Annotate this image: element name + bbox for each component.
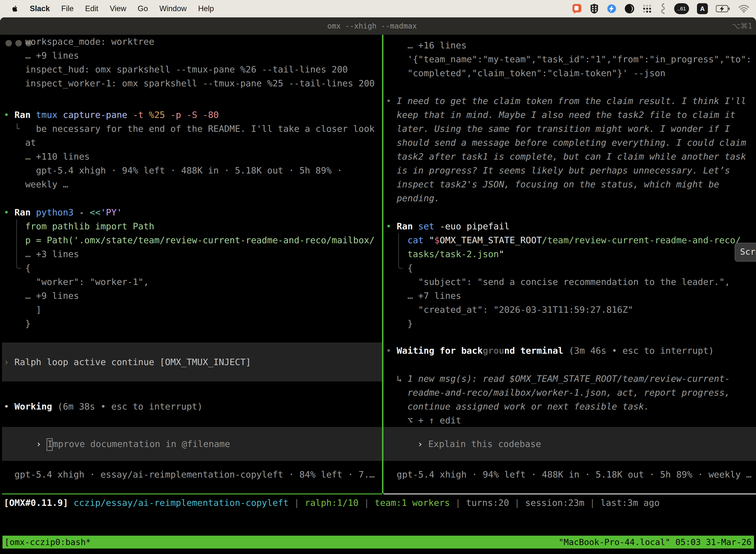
terminal-line: { <box>4 261 384 275</box>
menu-app-name[interactable]: Slack <box>30 4 50 13</box>
terminal-line: } <box>386 317 756 331</box>
omx-status-line: [OMX#0.11.9] cczip/essay/ai-reimplementa… <box>2 496 756 510</box>
terminal-line: • Waiting for background terminal (3m 46… <box>386 344 756 358</box>
terminal-line: weekly … <box>4 177 384 191</box>
left-pane-separator <box>2 493 382 494</box>
menu-item-window[interactable]: Window <box>159 4 187 13</box>
terminal-line: workspace_mode: worktree <box>4 35 384 49</box>
window-title-bar: omx --xhigh --madmax ⌥⌘1 <box>0 17 756 35</box>
dragon-icon[interactable] <box>660 3 666 14</box>
dots-grid-icon[interactable] <box>642 4 652 13</box>
terminal-line: … +9 lines <box>4 289 384 303</box>
left-pane-log: workspace_mode: worktree … +9 lines insp… <box>2 35 384 90</box>
terminal-line: … +3 lines <box>4 247 384 261</box>
prompt-placeholder: Explain this codebase <box>428 439 541 449</box>
right-pane-cat-command: • Ran set -euo pipefail cat "$OMX_TEAM_S… <box>384 219 756 331</box>
apple-logo-icon[interactable] <box>12 5 18 12</box>
tmux-host-clock: "MacBook-Pro-44.local" 05:03 31-Mar-26 <box>559 536 754 549</box>
terminal-line: "created_at": "2026-03-31T11:59:27.816Z" <box>386 303 756 317</box>
left-pane-tmux-command: • Ran tmux capture-pane -t %25 -p -S -80… <box>2 108 384 191</box>
terminal-line: { <box>386 261 756 275</box>
right-prompt-input[interactable]: › Explain this codebase <box>383 427 756 461</box>
left-pane-working-status: • Working (6m 38s • esc to interrupt) <box>2 400 384 413</box>
terminal-line: └ be necessary for the end of the README… <box>4 122 384 136</box>
terminal-line: gpt-5.4 xhigh · 94% left · 488K in · 5.1… <box>386 467 756 482</box>
menu-item-file[interactable]: File <box>61 4 74 13</box>
usage-badge[interactable]: ..61 <box>674 3 689 14</box>
terminal-line: should send a message before completing … <box>386 136 756 150</box>
terminal-line: gpt-5.4 xhigh · essay/ai-reimplementatio… <box>4 467 384 482</box>
moon-icon[interactable] <box>625 4 634 14</box>
menu-item-view[interactable]: View <box>110 4 126 13</box>
output-bracket <box>398 233 403 269</box>
text-cursor: I <box>47 438 53 451</box>
pane-divider <box>382 35 383 493</box>
right-pane-status-line: gpt-5.4 xhigh · 94% left · 488K in · 5.1… <box>384 467 756 482</box>
terminal-line: inspect task2's JSON, focusing on the st… <box>386 177 756 191</box>
terminal-line: is in progress? It seems likely but perh… <box>386 164 756 177</box>
prompt-chevron-icon: › <box>418 439 428 449</box>
terminal-line: p = Path('.omx/state/team/review-current… <box>4 233 384 247</box>
terminal-line: task2 after task1 is complete, but can I… <box>386 150 756 164</box>
terminal-line: tasks/task-2.json" <box>386 247 756 261</box>
terminal-line: … +7 lines <box>386 289 756 303</box>
right-pane-mailbox-note: ↳ 1 new msg(s): read $OMX_TEAM_STATE_ROO… <box>384 372 756 428</box>
chat-app-icon[interactable] <box>572 3 582 14</box>
a-key-icon[interactable]: A <box>697 3 708 14</box>
menu-item-edit[interactable]: Edit <box>85 4 98 13</box>
terminal-line: readme-and-reco/mailbox/worker-1.json, a… <box>386 386 756 400</box>
bolt-circle-icon[interactable] <box>607 4 617 14</box>
tmux-status-bar: [omx-cczip0:bash* "MacBook-Pro-44.local"… <box>2 536 754 549</box>
inject-banner-line: › Ralph loop active continue [OMX_TMUX_I… <box>2 355 251 369</box>
terminal-line: gpt-5.4 xhigh · 94% left · 488K in · 5.1… <box>4 164 384 177</box>
terminal-window: omx --xhigh --madmax ⌥⌘1 workspace_mode:… <box>0 17 756 554</box>
left-pane-python-command: • Ran python3 - <<'PY' from pathlib impo… <box>2 206 384 331</box>
terminal-line: "completed","claim_token":"claim-token"}… <box>386 66 756 80</box>
tmux-session-label: [omx-cczip0:bash* <box>2 536 91 549</box>
terminal-line: • Working (6m 38s • esc to interrupt) <box>4 400 384 413</box>
terminal-line: • Ran python3 - <<'PY' <box>4 206 384 219</box>
a-key-label: A <box>700 5 705 13</box>
menu-bar: Slack File Edit View Go Window Help <box>0 0 756 17</box>
terminal-line: "worker": "worker-1", <box>4 275 384 289</box>
terminal-line: keep that in mind. Maybe I also need the… <box>386 108 756 122</box>
terminal-line: … +16 lines <box>386 39 756 52</box>
terminal-line: pending. <box>386 191 756 205</box>
inject-banner: › Ralph loop active continue [OMX_TMUX_I… <box>2 342 382 382</box>
terminal-line: • Ran set -euo pipefail <box>386 219 756 233</box>
screen-tooltip: Scre <box>735 243 756 262</box>
terminal-line: › Ralph loop active continue [OMX_TMUX_I… <box>2 355 251 369</box>
screen: { "menu_bar": { "app_name": "Slack", "it… <box>0 0 756 554</box>
menu-item-go[interactable]: Go <box>138 4 148 13</box>
terminal-line: later. Using the same for transition mig… <box>386 122 756 136</box>
right-pane-thinking: • I need to get the claim token from the… <box>384 94 756 205</box>
terminal-line: continue assigned work or next feasible … <box>386 400 756 413</box>
terminal-line: … +110 lines <box>4 150 384 164</box>
keypad-icon[interactable] <box>590 3 599 14</box>
window-title: omx --xhigh --madmax <box>320 17 424 35</box>
terminal-line: at <box>4 136 384 150</box>
prompt-chevron-icon: › <box>36 439 47 449</box>
terminal-line: from pathlib import Path <box>4 219 384 233</box>
menu-item-help[interactable]: Help <box>198 4 214 13</box>
left-prompt-input[interactable]: › Improve documentation in @filename <box>2 427 382 461</box>
right-pane-log: … +16 lines '{"team_name":"my-team","tas… <box>384 39 756 80</box>
left-pane-status-line: gpt-5.4 xhigh · essay/ai-reimplementatio… <box>2 467 384 482</box>
right-pane-separator <box>383 493 756 494</box>
usage-badge-label: ..61 <box>677 6 686 12</box>
battery-charging-icon[interactable] <box>716 5 730 12</box>
terminal-line: "subject": "send a concise recommendatio… <box>386 275 756 289</box>
terminal-line: cat "$OMX_TEAM_STATE_ROOT/team/review-cu… <box>386 233 756 247</box>
terminal-line: inspect_hud: omx sparkshell --tmux-pane … <box>4 63 384 76</box>
terminal-line: … +9 lines <box>4 49 384 63</box>
right-pane-waiting-status: • Waiting for background terminal (3m 46… <box>384 344 756 358</box>
terminal-line: [OMX#0.11.9] cczip/essay/ai-reimplementa… <box>4 496 756 510</box>
terminal-line: • Ran tmux capture-pane -t %25 -p -S -80 <box>4 108 384 122</box>
wifi-icon[interactable] <box>738 4 750 13</box>
terminal-line: ] <box>4 303 384 317</box>
output-bracket <box>16 219 21 269</box>
terminal-line: } <box>4 317 384 331</box>
terminal-line: '{"team_name":"my-team","task_id":"1","f… <box>386 52 756 66</box>
prompt-placeholder: mprove documentation in @filename <box>53 439 230 449</box>
menu-status-icons: ..61 A <box>572 0 750 17</box>
